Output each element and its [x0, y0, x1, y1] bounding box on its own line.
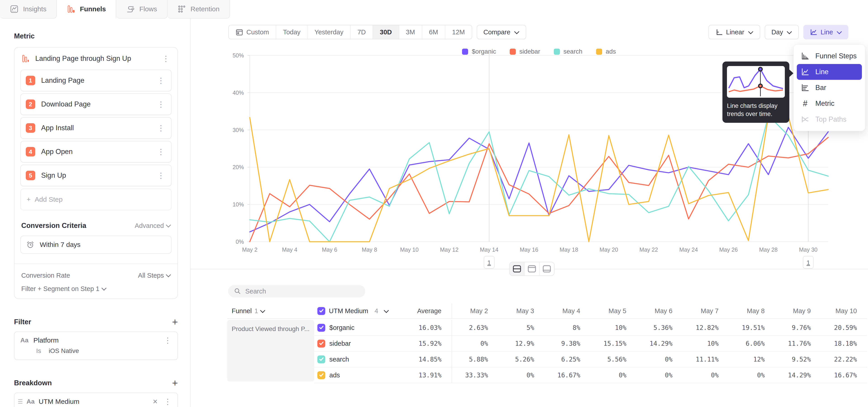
funnel-step-1[interactable]: 1 Landing Page ⋮	[20, 70, 172, 91]
add-filter-button[interactable]: +	[172, 319, 178, 325]
menu-item-funnel-steps[interactable]: Funnel Steps	[797, 48, 862, 64]
series-checkbox[interactable]	[317, 371, 325, 379]
series-name[interactable]: sidebar	[329, 340, 351, 347]
filter-segment-dropdown[interactable]: Filter + Segment on Step 1	[14, 279, 178, 292]
filter-property-row[interactable]: Aa Platform ⋮	[14, 332, 178, 345]
breakdown-section-header: Breakdown	[14, 379, 52, 387]
breakdown-count: 4	[375, 307, 378, 315]
tab-insights[interactable]: Insights	[0, 0, 57, 19]
chart-type-button[interactable]: Line	[803, 25, 848, 39]
series-checkbox[interactable]	[317, 340, 325, 347]
tab-label: Retention	[191, 5, 219, 13]
granularity-button[interactable]: Day	[765, 25, 799, 39]
tab-flows[interactable]: Flows	[116, 0, 167, 19]
series-name[interactable]: $organic	[329, 324, 354, 332]
date-column-header[interactable]: May 5	[590, 307, 637, 315]
metric-title-row[interactable]: Landing Page through Sign Up ⋮	[14, 48, 178, 68]
svg-text:May 30: May 30	[799, 247, 817, 253]
series-name[interactable]: search	[329, 356, 349, 363]
step-kebab-icon[interactable]: ⋮	[156, 148, 166, 156]
step-label: App Open	[41, 148, 150, 156]
breakdown-property-row[interactable]: ☰ Aa UTM Medium × ⋮	[14, 393, 178, 407]
cell-value: 6.06%	[729, 340, 775, 347]
range-custom[interactable]: Custom	[229, 25, 276, 39]
step-kebab-icon[interactable]: ⋮	[156, 100, 166, 108]
cell-value: 15.15%	[590, 340, 637, 347]
funnel-column-header[interactable]: Funnel 1	[227, 307, 314, 315]
range-6m[interactable]: 6M	[422, 25, 445, 39]
filter-kebab-icon[interactable]: ⋮	[162, 337, 173, 344]
tooltip-arrow	[788, 69, 794, 78]
date-column-header[interactable]: May 10	[821, 307, 867, 315]
chevron-down-icon	[101, 286, 106, 291]
search-placeholder: Search	[245, 288, 266, 295]
legend-item[interactable]: search	[554, 48, 583, 55]
tooltip-mini-chart	[727, 66, 785, 98]
range-today[interactable]: Today	[276, 25, 307, 39]
advanced-dropdown[interactable]: Advanced	[135, 222, 171, 229]
range-yesterday[interactable]: Yesterday	[307, 25, 350, 39]
series-checkbox[interactable]	[317, 355, 325, 363]
funnel-step-3[interactable]: 3 App Install ⋮	[20, 117, 172, 139]
menu-item-bar[interactable]: Bar	[797, 80, 862, 96]
date-column-header[interactable]: May 8	[729, 307, 775, 315]
remove-breakdown-icon[interactable]: ×	[152, 398, 158, 406]
legend-label: ads	[606, 48, 616, 55]
add-breakdown-button[interactable]: +	[172, 380, 178, 386]
insights-icon	[10, 5, 19, 13]
cell-value: 9.52%	[775, 356, 821, 363]
layout-split-view-button[interactable]	[510, 262, 524, 275]
conversion-window-row[interactable]: Within 7 days	[20, 236, 172, 254]
breakdown-column-header[interactable]: UTM Medium	[329, 307, 368, 315]
table-row: $organic 16.03% 2.63% 5% 8% 10% 5.36% 12…	[314, 320, 867, 336]
legend-item[interactable]: ads	[596, 48, 616, 55]
menu-item-line[interactable]: Line	[797, 64, 862, 80]
date-column-header[interactable]: May 6	[637, 307, 683, 315]
breakdown-kebab-icon[interactable]: ⋮	[162, 398, 173, 405]
funnel-step-4[interactable]: 4 App Open ⋮	[20, 141, 172, 163]
compare-button[interactable]: Compare	[477, 25, 526, 39]
scale-button[interactable]: Linear	[708, 25, 760, 39]
date-range-segmented-control: Custom Today Yesterday 7D 30D 3M 6M 12M	[228, 25, 472, 39]
table-search-input[interactable]: Search	[228, 285, 365, 298]
range-7d[interactable]: 7D	[350, 25, 373, 39]
range-30d[interactable]: 30D	[373, 25, 399, 39]
cell-value: 2.63%	[452, 324, 498, 332]
drag-handle-icon[interactable]: ☰	[18, 398, 22, 405]
date-column-header[interactable]: May 3	[498, 307, 544, 315]
date-column-header[interactable]: May 9	[775, 307, 821, 315]
report-tabbar: Insights Funnels Flows Retention	[0, 0, 868, 18]
funnel-step-2[interactable]: 2 Download Page ⋮	[20, 93, 172, 115]
legend-item[interactable]: sidebar	[510, 48, 540, 55]
funnel-steps-list: 1 Landing Page ⋮ 2 Download Page ⋮ 3 App…	[14, 68, 178, 210]
layout-toggle-group	[509, 262, 555, 276]
average-column-header[interactable]: Average	[417, 307, 452, 315]
layout-table-only-button[interactable]	[539, 262, 554, 275]
layout-chart-only-button[interactable]	[524, 262, 539, 275]
menu-item-metric[interactable]: # Metric	[797, 96, 862, 112]
filter-condition-row[interactable]: Is iOS Native	[14, 345, 178, 359]
range-3m[interactable]: 3M	[399, 25, 422, 39]
chevron-down-icon	[787, 29, 792, 34]
legend-item[interactable]: $organic	[462, 48, 496, 55]
date-column-header[interactable]: May 4	[544, 307, 590, 315]
step-kebab-icon[interactable]: ⋮	[156, 124, 166, 132]
line-chart-icon	[800, 67, 810, 77]
series-name[interactable]: ads	[329, 372, 340, 379]
average-value: 13.91%	[418, 372, 452, 379]
date-column-header[interactable]: May 2	[452, 307, 498, 315]
step-kebab-icon[interactable]: ⋮	[156, 171, 166, 179]
add-step-button[interactable]: + Add Step	[20, 189, 172, 210]
series-checkbox[interactable]	[317, 324, 325, 332]
step-kebab-icon[interactable]: ⋮	[156, 77, 166, 84]
metric-kebab-icon[interactable]: ⋮	[161, 55, 171, 62]
breakdown-select-all-checkbox[interactable]	[317, 307, 325, 315]
tab-retention[interactable]: Retention	[167, 0, 230, 19]
table-row: sidebar 15.92% 0% 12.9% 9.38% 15.15% 14.…	[314, 336, 867, 352]
date-column-header[interactable]: May 7	[683, 307, 729, 315]
all-steps-dropdown[interactable]: All Steps	[138, 272, 171, 279]
tab-funnels[interactable]: Funnels	[57, 0, 116, 19]
range-12m[interactable]: 12M	[445, 25, 471, 39]
funnel-step-5[interactable]: 5 Sign Up ⋮	[20, 165, 172, 186]
average-value: 15.92%	[418, 340, 452, 347]
